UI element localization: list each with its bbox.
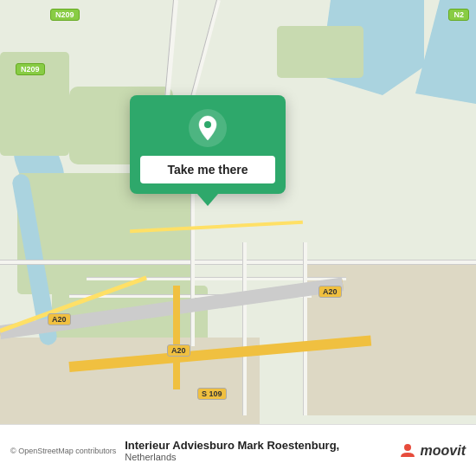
svg-point-1 [204, 121, 211, 128]
moovit-text: moovit [421, 443, 466, 459]
road-label-a20-3: A20 [167, 344, 190, 357]
road-label-s109: S 109 [197, 388, 227, 400]
green-area [277, 26, 363, 78]
road [0, 260, 476, 265]
bottom-bar: © OpenStreetMap contributors Interieur A… [0, 424, 476, 476]
s109-road [173, 286, 180, 389]
road-label-n209-2: N209 [16, 63, 45, 75]
location-detail: Netherlands [125, 452, 339, 462]
moovit-icon [398, 441, 417, 460]
location-info: Interieur Adviesburo Mark Roestenburg, N… [116, 439, 397, 462]
moovit-logo: moovit [398, 441, 466, 460]
location-name: Interieur Adviesburo Mark Roestenburg, [125, 439, 339, 452]
road [190, 173, 195, 346]
location-popup: Take me there [130, 95, 286, 194]
take-me-there-button[interactable]: Take me there [140, 156, 275, 183]
road-label-a20-2: A20 [318, 286, 342, 298]
map-attribution: © OpenStreetMap contributors [10, 447, 116, 455]
road-label-n2: N2 [448, 9, 469, 21]
road [87, 277, 346, 280]
map-area: A20 A20 A20 S 109 N209 N209 N2 Take me t… [0, 0, 476, 424]
svg-point-2 [404, 444, 411, 451]
road [303, 242, 307, 415]
road-label-n209: N209 [50, 9, 80, 21]
road [242, 242, 247, 415]
map-container[interactable]: A20 A20 A20 S 109 N209 N209 N2 Take me t… [0, 0, 476, 424]
road-label-a20: A20 [48, 313, 71, 325]
location-pin-icon [189, 109, 227, 147]
